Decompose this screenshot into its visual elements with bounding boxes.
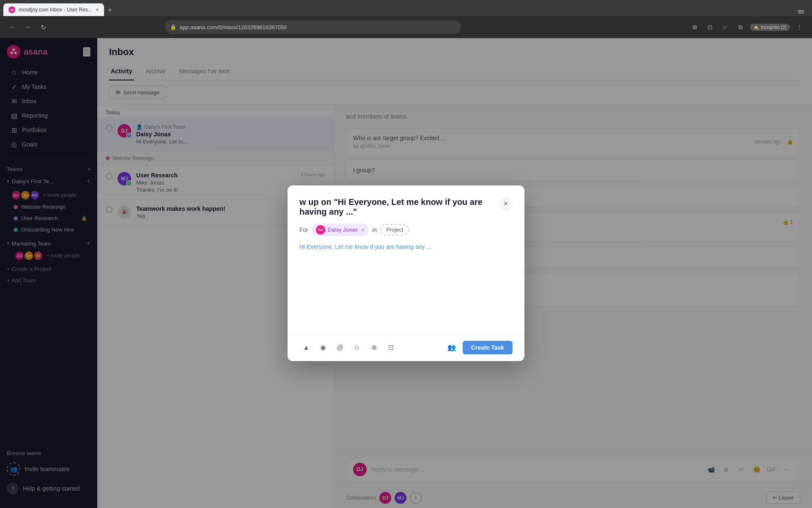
assign-collaborators-btn[interactable]: 👥 [445, 341, 458, 354]
refresh-btn[interactable]: ↻ [37, 21, 49, 33]
modal-close-btn[interactable]: × [499, 197, 513, 211]
tab-title: moodjoy.com Inbox - User Res... [19, 7, 92, 13]
modal-toolbar: ▲ ◉ @ ☺ ⊕ ⊡ [299, 341, 398, 354]
toolbar-text-btn[interactable]: ▲ [299, 341, 313, 354]
toolbar-emoji-btn[interactable]: ☺ [350, 341, 364, 354]
create-task-modal: w up on "Hi Everyone, Let me know if you… [288, 185, 524, 361]
extensions-btn[interactable]: ⊞ [689, 21, 701, 33]
modal-assignee-tag[interactable]: DJ Daisy Jonas × [312, 224, 369, 236]
create-task-btn[interactable]: Create Task [463, 341, 513, 354]
incognito-badge: 🕵️ Incognito (2) [750, 24, 790, 31]
browser-chrome: M moodjoy.com Inbox - User Res... × + ← … [0, 0, 812, 38]
address-text: app.asana.com/0/inbox/1203269616387050 [180, 24, 287, 30]
lock-icon: 🔒 [170, 24, 176, 30]
tab-strip-resize-icon [797, 8, 805, 16]
active-tab[interactable]: M moodjoy.com Inbox - User Res... × [3, 3, 104, 16]
toolbar-bullet-btn[interactable]: ◉ [316, 341, 330, 354]
modal-overlay[interactable]: w up on "Hi Everyone, Let me know if you… [0, 38, 812, 508]
tab-close-btn[interactable]: × [96, 6, 99, 13]
bookmark-btn[interactable]: ☆ [719, 21, 731, 33]
menu-btn[interactable]: ⋮ [793, 21, 805, 33]
address-bar[interactable]: 🔒 app.asana.com/0/inbox/1203269616387050 [165, 20, 461, 34]
sidebar-toggle-btn[interactable]: ⧉ [735, 21, 746, 33]
modal-body[interactable] [288, 257, 524, 334]
modal-footer: ▲ ◉ @ ☺ ⊕ ⊡ 👥 Create Task [288, 334, 524, 361]
modal-for-row: For DJ Daisy Jonas × in Project [288, 224, 524, 243]
modal-project-tag[interactable]: Project [380, 224, 409, 235]
toolbar-attach-btn[interactable]: ⊕ [367, 341, 381, 354]
forward-btn[interactable]: → [22, 21, 34, 33]
assignee-avatar: DJ [316, 225, 325, 235]
toolbar-mention-btn[interactable]: @ [333, 341, 347, 354]
new-tab-btn[interactable]: + [104, 4, 116, 16]
tab-favicon: M [8, 6, 15, 13]
modal-link-text[interactable]: Hi Everyone, Let me know if you are havi… [299, 243, 431, 250]
assignee-remove-btn[interactable]: × [361, 227, 365, 233]
modal-title: w up on "Hi Everyone, Let me know if you… [299, 197, 499, 217]
modal-actions: 👥 Create Task [445, 341, 513, 354]
back-btn[interactable]: ← [7, 21, 19, 33]
modal-header: w up on "Hi Everyone, Let me know if you… [288, 185, 524, 224]
toggle-btn[interactable]: ⊡ [704, 21, 716, 33]
modal-link: Hi Everyone, Let me know if you are havi… [288, 243, 524, 257]
toolbar-date-btn[interactable]: ⊡ [384, 341, 398, 354]
